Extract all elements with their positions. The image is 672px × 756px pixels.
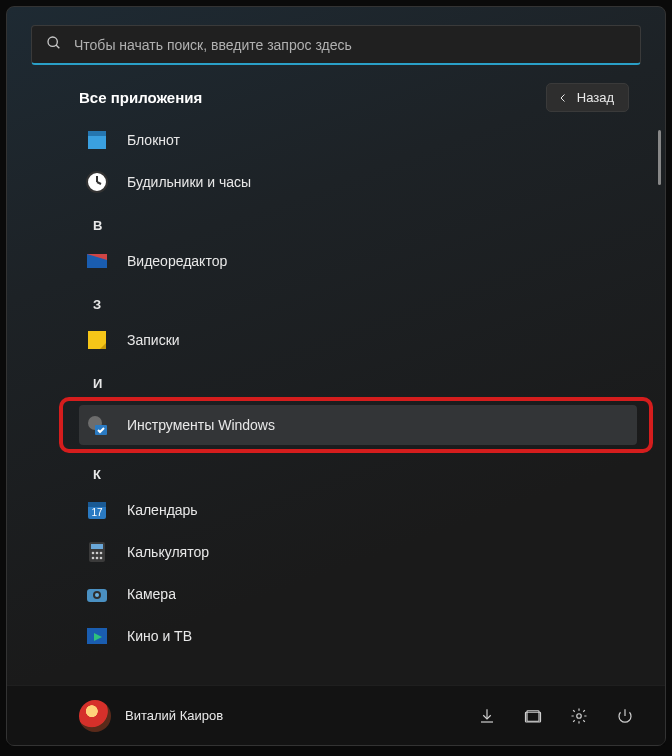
svg-point-21 [100, 552, 103, 555]
video-editor-icon [85, 249, 109, 273]
app-item-camera[interactable]: Камера [79, 574, 641, 614]
gear-icon [570, 707, 588, 725]
app-item-calculator[interactable]: Калькулятор [79, 532, 641, 572]
letter-header-z[interactable]: З [79, 283, 641, 318]
app-label: Блокнот [127, 132, 180, 148]
notepad-icon [85, 128, 109, 152]
app-label: Календарь [127, 502, 198, 518]
app-label: Кино и ТВ [127, 628, 192, 644]
calendar-icon: 17 [85, 498, 109, 522]
scrollbar-thumb[interactable] [658, 130, 661, 185]
svg-point-23 [96, 557, 99, 560]
search-wrap [7, 7, 665, 75]
svg-text:17: 17 [91, 507, 103, 518]
settings-button[interactable] [569, 706, 589, 726]
svg-point-22 [92, 557, 95, 560]
svg-rect-18 [91, 544, 103, 549]
svg-point-24 [100, 557, 103, 560]
power-button[interactable] [615, 706, 635, 726]
app-item-notepad[interactable]: Блокнот [79, 120, 641, 160]
letter-header-v[interactable]: В [79, 204, 641, 239]
downloads-button[interactable] [477, 706, 497, 726]
app-list: Блокнот Будильники и часы В Видеоредакто… [79, 120, 641, 656]
app-item-calendar[interactable]: 17 Календарь [79, 490, 641, 530]
search-box[interactable] [31, 25, 641, 65]
windows-tools-icon [85, 413, 109, 437]
movies-tv-icon [85, 624, 109, 648]
app-label: Будильники и часы [127, 174, 251, 190]
clock-icon [85, 170, 109, 194]
app-label: Камера [127, 586, 176, 602]
folder-icon [524, 707, 542, 725]
svg-point-0 [48, 37, 57, 46]
download-icon [478, 707, 496, 725]
apps-scroll-area: Блокнот Будильники и часы В Видеоредакто… [7, 118, 665, 685]
app-label: Записки [127, 332, 180, 348]
user-profile[interactable]: Виталий Каиров [79, 700, 477, 732]
user-name: Виталий Каиров [125, 708, 223, 723]
app-item-alarms[interactable]: Будильники и часы [79, 162, 641, 202]
back-button-label: Назад [577, 90, 614, 105]
all-apps-header: Все приложения Назад [7, 75, 665, 118]
sticky-notes-icon [85, 328, 109, 352]
app-label: Инструменты Windows [127, 417, 275, 433]
svg-rect-3 [88, 131, 106, 136]
svg-line-1 [56, 45, 59, 48]
start-menu: Все приложения Назад Блокнот Будильники … [6, 6, 666, 746]
search-input[interactable] [62, 37, 626, 53]
svg-rect-31 [526, 712, 541, 722]
footer-icons [477, 706, 635, 726]
back-button[interactable]: Назад [546, 83, 629, 112]
file-explorer-button[interactable] [523, 706, 543, 726]
svg-point-32 [577, 713, 582, 718]
letter-header-k[interactable]: К [79, 453, 641, 488]
chevron-left-icon [557, 92, 569, 104]
app-label: Калькулятор [127, 544, 209, 560]
camera-icon [85, 582, 109, 606]
svg-point-27 [95, 593, 99, 597]
app-label: Видеоредактор [127, 253, 227, 269]
letter-header-i[interactable]: И [79, 362, 641, 397]
annotation-highlight: Инструменты Windows [59, 397, 653, 453]
footer: Виталий Каиров [7, 685, 665, 745]
app-item-movies-tv[interactable]: Кино и ТВ [79, 616, 641, 656]
app-item-stickynotes[interactable]: Записки [79, 320, 641, 360]
svg-point-19 [92, 552, 95, 555]
avatar [79, 700, 111, 732]
app-item-videoeditor[interactable]: Видеоредактор [79, 241, 641, 281]
svg-point-20 [96, 552, 99, 555]
all-apps-title: Все приложения [79, 89, 202, 106]
search-icon [46, 35, 62, 55]
calculator-icon [85, 540, 109, 564]
app-item-windows-tools[interactable]: Инструменты Windows [79, 405, 637, 445]
power-icon [616, 707, 634, 725]
